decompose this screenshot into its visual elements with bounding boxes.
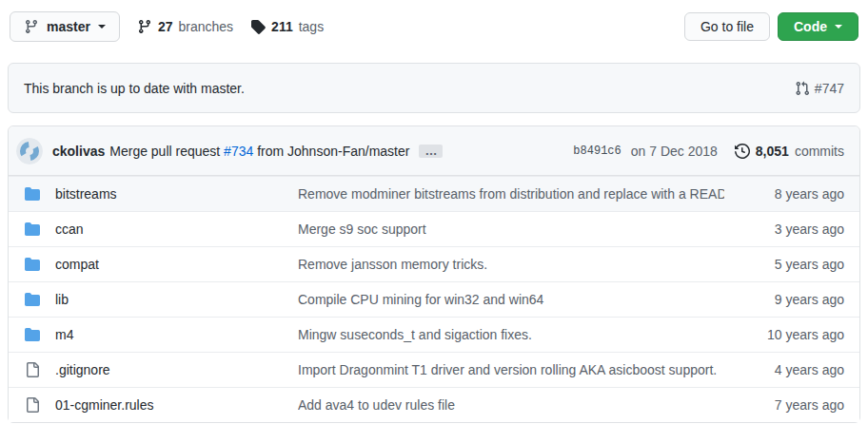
file-commit-message-link[interactable]: Merge s9 soc support	[298, 222, 724, 237]
file-icon	[25, 362, 40, 377]
commit-pr-link[interactable]: #734	[224, 144, 253, 159]
tags-link[interactable]: 211 tags	[250, 19, 324, 34]
branch-selector-button[interactable]: master	[10, 11, 120, 42]
table-row: m4 Mingw suseconds_t and sigaction fixes…	[9, 317, 859, 352]
commit-author-link[interactable]: ckolivas	[52, 144, 105, 159]
git-branch-icon	[137, 19, 152, 34]
expand-commit-message-button[interactable]: …	[419, 145, 443, 158]
folder-icon	[25, 186, 40, 202]
file-commit-message-link[interactable]: Add ava4 to udev rules file	[298, 397, 724, 413]
history-clock-icon	[735, 144, 750, 159]
branches-link[interactable]: 27 branches	[137, 19, 233, 34]
repo-file-browser: master 27 branches 211 tags Go to file C…	[0, 11, 868, 423]
file-type-icon-cell	[25, 327, 40, 342]
git-branch-icon	[24, 19, 39, 34]
avatar[interactable]	[16, 138, 43, 164]
file-name-link[interactable]: 01-cgminer.rules	[55, 397, 283, 413]
commit-message-prefix: Merge pull request	[109, 144, 220, 159]
commit-message-suffix: from Johnson-Fan/master	[257, 144, 409, 159]
commit-meta: b8491c6 on 7 Dec 2018 8,051 commits	[573, 144, 844, 159]
table-row: lib Compile CPU mining for win32 and win…	[9, 281, 859, 317]
commits-count: 8,051	[756, 144, 789, 159]
file-name-link[interactable]: lib	[55, 292, 283, 307]
branch-status-bar: This branch is up to date with master. #…	[8, 63, 860, 113]
folder-icon	[25, 222, 40, 237]
tags-count: 211	[271, 19, 293, 34]
file-age: 9 years ago	[740, 292, 844, 307]
tags-label: tags	[299, 19, 324, 34]
git-pull-request-icon	[795, 81, 810, 96]
commit-history-link[interactable]: 8,051 commits	[735, 144, 844, 159]
pull-request-link[interactable]: #747	[795, 81, 844, 96]
file-navigation-bar: master 27 branches 211 tags Go to file C…	[8, 11, 860, 42]
file-type-icon-cell	[25, 362, 40, 377]
code-button-label: Code	[794, 19, 827, 34]
file-age: 8 years ago	[740, 186, 844, 202]
commit-date: on 7 Dec 2018	[631, 144, 718, 159]
branches-label: branches	[179, 19, 234, 34]
file-type-icon-cell	[25, 222, 40, 237]
file-commit-message-link[interactable]: Compile CPU mining for win32 and win64	[298, 292, 724, 307]
file-name-link[interactable]: bitstreams	[55, 186, 283, 202]
folder-icon	[25, 257, 40, 272]
file-age: 7 years ago	[740, 397, 844, 413]
table-row: compat Remove jansson memory tricks. 5 y…	[9, 246, 859, 281]
go-to-file-button[interactable]: Go to file	[684, 12, 770, 41]
file-commit-message-link[interactable]: Remove modminer bitstreams from distribu…	[298, 186, 724, 202]
pull-request-number: #747	[815, 81, 844, 96]
file-commit-message-link[interactable]: Remove jansson memory tricks.	[298, 257, 724, 272]
file-type-icon-cell	[25, 397, 40, 413]
branch-status-message: This branch is up to date with master.	[24, 81, 245, 96]
commits-label: commits	[795, 144, 844, 159]
file-name-link[interactable]: compat	[55, 257, 283, 272]
file-age: 3 years ago	[740, 222, 844, 237]
table-row: 01-cgminer.rules Add ava4 to udev rules …	[9, 387, 859, 422]
file-name-link[interactable]: ccan	[55, 222, 283, 237]
file-type-icon-cell	[25, 186, 40, 202]
current-branch-label: master	[47, 19, 90, 34]
file-age: 4 years ago	[740, 362, 844, 377]
tag-icon	[250, 19, 266, 34]
file-commit-message-link[interactable]: Mingw suseconds_t and sigaction fixes.	[298, 327, 724, 342]
table-row: bitstreams Remove modminer bitstreams fr…	[9, 176, 859, 211]
table-row: ccan Merge s9 soc support 3 years ago	[9, 211, 859, 246]
file-name-link[interactable]: m4	[55, 327, 283, 342]
code-button[interactable]: Code	[778, 12, 858, 41]
file-age: 5 years ago	[740, 257, 844, 272]
file-type-icon-cell	[25, 257, 40, 272]
branches-count: 27	[158, 19, 173, 34]
chevron-down-icon	[98, 25, 106, 32]
table-row: .gitignore Import Dragonmint T1 driver a…	[9, 352, 859, 387]
file-commit-message-link[interactable]: Import Dragonmint T1 driver and version …	[298, 362, 724, 377]
file-icon	[25, 397, 40, 413]
commit-message: Merge pull request #734 from Johnson-Fan…	[109, 144, 409, 159]
file-list-container: ckolivas Merge pull request #734 from Jo…	[8, 125, 860, 423]
file-name-link[interactable]: .gitignore	[55, 362, 283, 377]
file-type-icon-cell	[25, 292, 40, 307]
folder-icon	[25, 327, 40, 342]
file-age: 10 years ago	[740, 327, 844, 342]
latest-commit-header: ckolivas Merge pull request #734 from Jo…	[9, 126, 859, 176]
chevron-down-icon	[835, 25, 842, 32]
commit-sha-link[interactable]: b8491c6	[573, 145, 621, 158]
folder-icon	[25, 292, 40, 307]
